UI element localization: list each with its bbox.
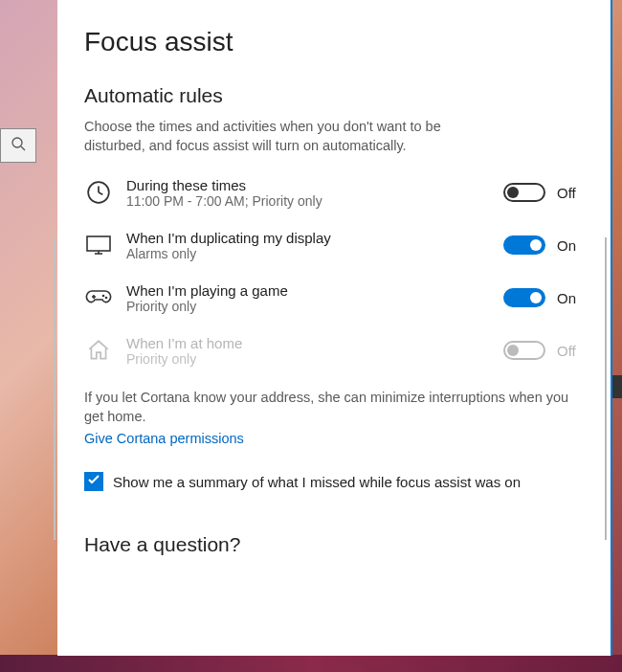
section-title-automatic-rules: Automatic rules [84,84,584,107]
toggle-label: Off [557,343,584,359]
rule-duplicating-display[interactable]: When I'm duplicating my display Alarms o… [84,230,584,261]
summary-checkbox-row[interactable]: Show me a summary of what I missed while… [84,472,584,491]
rule-title: When I'm at home [126,335,503,351]
toggle-playing-game[interactable] [503,288,545,307]
toggle-duplicating-display[interactable] [503,235,545,255]
rule-title: When I'm duplicating my display [126,230,503,246]
rule-during-these-times[interactable]: During these times 11:00 PM - 7:00 AM; P… [84,177,584,209]
toggle-during-these-times[interactable] [503,183,545,202]
monitor-icon [84,231,113,259]
svg-point-9 [105,297,108,300]
toggle-label: On [557,237,584,254]
cortana-note: If you let Cortana know your address, sh… [84,388,584,427]
summary-checkbox[interactable] [84,472,103,491]
rule-at-home: When I'm at home Priority only Off [84,335,584,367]
svg-point-0 [12,138,22,147]
rule-title: When I'm playing a game [126,282,503,299]
toggle-at-home [503,341,545,360]
scrollbar[interactable] [605,237,607,540]
toggle-label: Off [557,185,584,201]
settings-window: Focus assist Automatic rules Choose the … [57,0,612,656]
rule-playing-game[interactable]: When I'm playing a game Priority only On [84,282,584,314]
svg-line-4 [99,192,102,194]
desktop-taskbar [0,655,622,672]
rule-subtitle: Priority only [126,299,503,314]
left-scroll-indicator [54,237,56,540]
taskbar-search-button[interactable] [0,128,36,163]
rule-title: During these times [126,177,503,193]
svg-rect-5 [87,236,110,251]
check-icon [87,473,100,490]
background-window-edge [612,375,622,398]
page-title: Focus assist [84,27,584,57]
clock-icon [84,178,113,207]
section-description: Choose the times and activities when you… [84,117,505,156]
svg-point-8 [102,295,105,298]
svg-line-1 [21,146,25,150]
search-icon [11,136,26,155]
gamepad-icon [84,283,113,312]
summary-checkbox-label: Show me a summary of what I missed while… [113,474,521,490]
section-title-have-a-question: Have a question? [84,533,584,556]
give-cortana-permissions-link[interactable]: Give Cortana permissions [84,431,244,446]
rule-subtitle: Priority only [126,351,503,367]
rule-subtitle: 11:00 PM - 7:00 AM; Priority only [126,193,503,209]
rule-subtitle: Alarms only [126,246,503,261]
home-icon [84,336,113,365]
toggle-label: On [557,290,584,306]
